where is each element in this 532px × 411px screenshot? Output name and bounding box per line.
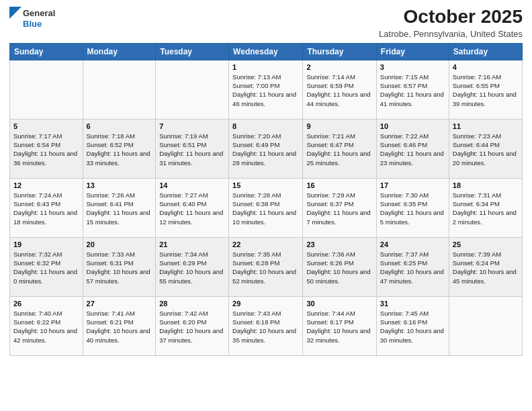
- day-number: 5: [13, 122, 79, 130]
- day-info: Sunrise: 7:24 AM Sunset: 6:43 PM Dayligh…: [13, 191, 79, 226]
- svg-marker-0: [9, 7, 21, 19]
- calendar-week-row: 1Sunrise: 7:13 AM Sunset: 7:00 PM Daylig…: [10, 60, 523, 119]
- day-info: Sunrise: 7:20 AM Sunset: 6:49 PM Dayligh…: [232, 132, 299, 167]
- logo-blue: Blue: [23, 19, 55, 30]
- table-row: 10Sunrise: 7:22 AM Sunset: 6:46 PM Dayli…: [376, 119, 449, 178]
- day-number: 9: [306, 122, 372, 130]
- table-row: 27Sunrise: 7:41 AM Sunset: 6:21 PM Dayli…: [83, 296, 156, 355]
- day-number: 6: [87, 122, 152, 130]
- day-number: 15: [232, 181, 299, 189]
- day-number: 26: [13, 300, 79, 308]
- day-number: 17: [380, 181, 445, 189]
- header: GeneralBlue October 2025 Latrobe, Pennsy…: [9, 7, 523, 39]
- day-number: 20: [87, 240, 152, 248]
- calendar-header-row: Sunday Monday Tuesday Wednesday Thursday…: [10, 43, 523, 60]
- table-row: 26Sunrise: 7:40 AM Sunset: 6:22 PM Dayli…: [10, 296, 83, 355]
- col-wednesday: Wednesday: [229, 43, 303, 60]
- table-row: 23Sunrise: 7:36 AM Sunset: 6:26 PM Dayli…: [303, 237, 376, 296]
- day-info: Sunrise: 7:13 AM Sunset: 7:00 PM Dayligh…: [232, 73, 299, 108]
- table-row: 31Sunrise: 7:45 AM Sunset: 6:16 PM Dayli…: [376, 296, 449, 355]
- table-row: [83, 60, 156, 119]
- calendar-week-row: 19Sunrise: 7:32 AM Sunset: 6:32 PM Dayli…: [10, 237, 523, 296]
- col-tuesday: Tuesday: [156, 43, 229, 60]
- day-info: Sunrise: 7:40 AM Sunset: 6:22 PM Dayligh…: [13, 309, 79, 345]
- day-number: 29: [232, 300, 299, 308]
- col-thursday: Thursday: [303, 43, 376, 60]
- table-row: 9Sunrise: 7:21 AM Sunset: 6:47 PM Daylig…: [303, 119, 376, 178]
- calendar-week-row: 12Sunrise: 7:24 AM Sunset: 6:43 PM Dayli…: [10, 178, 523, 237]
- day-info: Sunrise: 7:42 AM Sunset: 6:20 PM Dayligh…: [159, 309, 225, 345]
- table-row: 19Sunrise: 7:32 AM Sunset: 6:32 PM Dayli…: [10, 237, 83, 296]
- logo-triangle-icon: [9, 7, 21, 31]
- day-info: Sunrise: 7:31 AM Sunset: 6:34 PM Dayligh…: [453, 191, 519, 226]
- day-number: 31: [380, 300, 445, 308]
- table-row: [156, 60, 229, 119]
- table-row: [10, 60, 83, 119]
- table-row: 15Sunrise: 7:28 AM Sunset: 6:38 PM Dayli…: [229, 178, 303, 237]
- day-number: 25: [453, 240, 519, 248]
- table-row: 22Sunrise: 7:35 AM Sunset: 6:28 PM Dayli…: [229, 237, 303, 296]
- day-info: Sunrise: 7:15 AM Sunset: 6:57 PM Dayligh…: [380, 73, 445, 108]
- table-row: 16Sunrise: 7:29 AM Sunset: 6:37 PM Dayli…: [303, 178, 376, 237]
- calendar-table: Sunday Monday Tuesday Wednesday Thursday…: [9, 43, 523, 356]
- col-monday: Monday: [83, 43, 156, 60]
- day-number: 16: [306, 181, 372, 189]
- table-row: 14Sunrise: 7:27 AM Sunset: 6:40 PM Dayli…: [156, 178, 229, 237]
- day-number: 30: [306, 300, 372, 308]
- table-row: 24Sunrise: 7:37 AM Sunset: 6:25 PM Dayli…: [376, 237, 449, 296]
- day-info: Sunrise: 7:18 AM Sunset: 6:52 PM Dayligh…: [87, 132, 152, 167]
- table-row: 4Sunrise: 7:16 AM Sunset: 6:55 PM Daylig…: [449, 60, 522, 119]
- col-sunday: Sunday: [10, 43, 83, 60]
- table-row: 30Sunrise: 7:44 AM Sunset: 6:17 PM Dayli…: [303, 296, 376, 355]
- day-number: 12: [13, 181, 79, 189]
- day-info: Sunrise: 7:43 AM Sunset: 6:18 PM Dayligh…: [232, 309, 299, 345]
- page-title: October 2025: [379, 7, 523, 28]
- day-number: 10: [380, 122, 445, 130]
- table-row: 7Sunrise: 7:19 AM Sunset: 6:51 PM Daylig…: [156, 119, 229, 178]
- day-number: 11: [453, 122, 519, 130]
- day-info: Sunrise: 7:22 AM Sunset: 6:46 PM Dayligh…: [380, 132, 445, 167]
- page: GeneralBlue October 2025 Latrobe, Pennsy…: [0, 0, 532, 411]
- logo: GeneralBlue: [9, 7, 55, 31]
- table-row: 17Sunrise: 7:30 AM Sunset: 6:35 PM Dayli…: [376, 178, 449, 237]
- col-friday: Friday: [376, 43, 449, 60]
- day-info: Sunrise: 7:32 AM Sunset: 6:32 PM Dayligh…: [13, 250, 79, 285]
- day-number: 27: [87, 300, 152, 308]
- col-saturday: Saturday: [449, 43, 522, 60]
- day-number: 18: [453, 181, 519, 189]
- logo-general: General: [23, 8, 55, 19]
- day-info: Sunrise: 7:19 AM Sunset: 6:51 PM Dayligh…: [159, 132, 225, 167]
- day-info: Sunrise: 7:39 AM Sunset: 6:24 PM Dayligh…: [453, 250, 519, 285]
- day-info: Sunrise: 7:27 AM Sunset: 6:40 PM Dayligh…: [159, 191, 225, 226]
- title-block: October 2025 Latrobe, Pennsylvania, Unit…: [379, 7, 523, 39]
- day-info: Sunrise: 7:35 AM Sunset: 6:28 PM Dayligh…: [232, 250, 299, 285]
- day-info: Sunrise: 7:41 AM Sunset: 6:21 PM Dayligh…: [87, 309, 152, 345]
- day-number: 2: [306, 63, 372, 71]
- day-number: 4: [453, 63, 519, 71]
- table-row: 21Sunrise: 7:34 AM Sunset: 6:29 PM Dayli…: [156, 237, 229, 296]
- day-number: 23: [306, 240, 372, 248]
- table-row: 18Sunrise: 7:31 AM Sunset: 6:34 PM Dayli…: [449, 178, 522, 237]
- table-row: 28Sunrise: 7:42 AM Sunset: 6:20 PM Dayli…: [156, 296, 229, 355]
- day-info: Sunrise: 7:44 AM Sunset: 6:17 PM Dayligh…: [306, 309, 372, 345]
- page-subtitle: Latrobe, Pennsylvania, United States: [379, 29, 523, 39]
- day-number: 3: [380, 63, 445, 71]
- table-row: [449, 296, 522, 355]
- day-info: Sunrise: 7:17 AM Sunset: 6:54 PM Dayligh…: [13, 132, 79, 167]
- day-info: Sunrise: 7:28 AM Sunset: 6:38 PM Dayligh…: [232, 191, 299, 226]
- day-info: Sunrise: 7:16 AM Sunset: 6:55 PM Dayligh…: [453, 73, 519, 108]
- day-number: 7: [159, 122, 225, 130]
- day-number: 24: [380, 240, 445, 248]
- day-info: Sunrise: 7:45 AM Sunset: 6:16 PM Dayligh…: [380, 309, 445, 345]
- day-info: Sunrise: 7:30 AM Sunset: 6:35 PM Dayligh…: [380, 191, 445, 226]
- table-row: 11Sunrise: 7:23 AM Sunset: 6:44 PM Dayli…: [449, 119, 522, 178]
- day-number: 8: [232, 122, 299, 130]
- table-row: 5Sunrise: 7:17 AM Sunset: 6:54 PM Daylig…: [10, 119, 83, 178]
- day-info: Sunrise: 7:29 AM Sunset: 6:37 PM Dayligh…: [306, 191, 372, 226]
- day-number: 28: [159, 300, 225, 308]
- table-row: 8Sunrise: 7:20 AM Sunset: 6:49 PM Daylig…: [229, 119, 303, 178]
- day-number: 19: [13, 240, 79, 248]
- day-info: Sunrise: 7:37 AM Sunset: 6:25 PM Dayligh…: [380, 250, 445, 285]
- table-row: 29Sunrise: 7:43 AM Sunset: 6:18 PM Dayli…: [229, 296, 303, 355]
- table-row: 3Sunrise: 7:15 AM Sunset: 6:57 PM Daylig…: [376, 60, 449, 119]
